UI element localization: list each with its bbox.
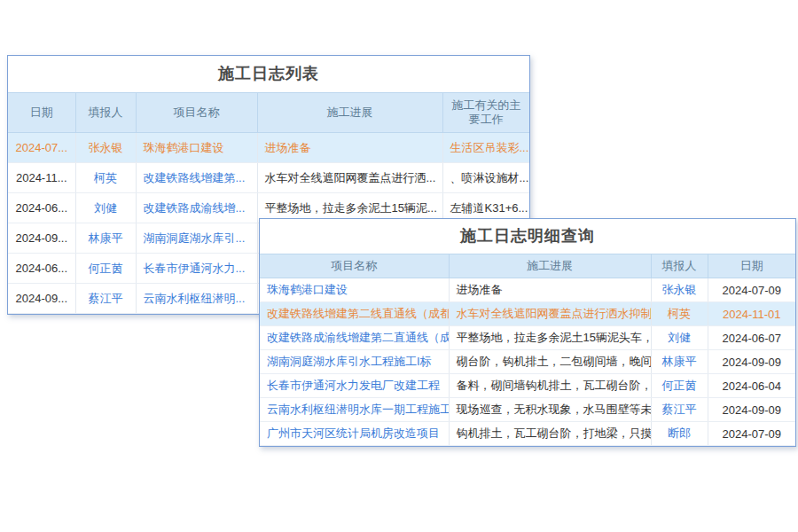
cell-progress: 钩机排土，瓦工砌台阶，打地梁，只摸... — [449, 422, 651, 446]
col-header-date: 日期 — [8, 93, 75, 133]
construction-log-detail-panel: 施工日志明细查询 项目名称 施工进展 填报人 日期 珠海鹤港口建设 进场准备 张… — [259, 218, 796, 447]
cell-project[interactable]: 珠海鹤港口建设 — [260, 278, 449, 302]
cell-date: 2024-11-01 — [708, 302, 795, 326]
cell-progress: 水车对全线遮阳网覆盖点进行洒... — [257, 163, 442, 193]
cell-project[interactable]: 改建铁路线增建第... — [136, 163, 257, 193]
cell-project[interactable]: 改建铁路成渝线增建第二直通线（成渝 — [260, 326, 449, 350]
col-header-main-work: 施工有关的主要工作 — [442, 93, 529, 133]
cell-reporter[interactable]: 刘健 — [75, 193, 136, 223]
cell-date: 2024-07... — [8, 133, 75, 163]
col-header-date: 日期 — [708, 254, 795, 278]
cell-date: 2024-09-09 — [708, 398, 795, 422]
cell-reporter[interactable]: 张永银 — [75, 133, 136, 163]
cell-date: 2024-06... — [8, 254, 75, 284]
cell-date: 2024-06-04 — [708, 374, 795, 398]
cell-reporter[interactable]: 断郎 — [651, 422, 708, 446]
table-row[interactable]: 广州市天河区统计局机房改造项目 钩机排土，瓦工砌台阶，打地梁，只摸... 断郎 … — [260, 422, 795, 446]
cell-project[interactable]: 云南水利枢纽潜明... — [136, 284, 257, 314]
cell-reporter[interactable]: 张永银 — [651, 278, 708, 302]
cell-date: 2024-06... — [8, 193, 75, 223]
table-row[interactable]: 改建铁路线增建第二线直通线（成都-西 水车对全线遮阳网覆盖点进行洒水抑制... … — [260, 302, 795, 326]
cell-main-work: 、喷淋设施材... — [442, 163, 529, 193]
cell-progress: 进场准备 — [449, 278, 651, 302]
cell-project[interactable]: 长春市伊通河水力... — [136, 254, 257, 284]
cell-progress: 平整场地，拉走多余泥土15辆泥头车，... — [449, 326, 651, 350]
cell-project[interactable]: 改建铁路成渝线增... — [136, 193, 257, 223]
log-detail-table: 项目名称 施工进展 填报人 日期 珠海鹤港口建设 进场准备 张永银 2024-0… — [260, 254, 795, 446]
table-header-row: 日期 填报人 项目名称 施工进展 施工有关的主要工作 — [8, 93, 529, 133]
cell-main-work: 生活区吊装彩... — [442, 133, 529, 163]
cell-project[interactable]: 长春市伊通河水力发电厂改建工程 — [260, 374, 449, 398]
cell-project[interactable]: 改建铁路线增建第二线直通线（成都-西 — [260, 302, 449, 326]
cell-reporter[interactable]: 何正茵 — [75, 254, 136, 284]
cell-project[interactable]: 湖南洞庭湖水库引水工程施工I标 — [260, 350, 449, 374]
col-header-reporter: 填报人 — [651, 254, 708, 278]
cell-reporter[interactable]: 蔡江平 — [651, 398, 708, 422]
table-row[interactable]: 珠海鹤港口建设 进场准备 张永银 2024-07-09 — [260, 278, 795, 302]
cell-date: 2024-09-09 — [708, 350, 795, 374]
cell-reporter[interactable]: 何正茵 — [651, 374, 708, 398]
table-header-row: 项目名称 施工进展 填报人 日期 — [260, 254, 795, 278]
table-row[interactable]: 2024-07... 张永银 珠海鹤港口建设 进场准备 生活区吊装彩... — [8, 133, 529, 163]
cell-date: 2024-11... — [8, 163, 75, 193]
col-header-reporter: 填报人 — [75, 93, 136, 133]
cell-reporter[interactable]: 蔡江平 — [75, 284, 136, 314]
table-row[interactable]: 长春市伊通河水力发电厂改建工程 备料，砌间墙钩机排土，瓦工砌台阶，... 何正茵… — [260, 374, 795, 398]
cell-progress: 现场巡查，无积水现象，水马围壁等未... — [449, 398, 651, 422]
cell-date: 2024-09... — [8, 223, 75, 254]
table-row[interactable]: 湖南洞庭湖水库引水工程施工I标 砌台阶，钩机排土，二包砌间墙，晚间... 林康平… — [260, 350, 795, 374]
col-header-progress: 施工进展 — [449, 254, 651, 278]
cell-date: 2024-07-09 — [708, 422, 795, 446]
col-header-project: 项目名称 — [136, 93, 257, 133]
cell-date: 2024-07-09 — [708, 278, 795, 302]
cell-reporter[interactable]: 林康平 — [75, 223, 136, 254]
cell-project[interactable]: 云南水利枢纽潜明水库一期工程施工I标 — [260, 398, 449, 422]
log-list-title: 施工日志列表 — [8, 56, 529, 92]
cell-progress: 水车对全线遮阳网覆盖点进行洒水抑制... — [449, 302, 651, 326]
cell-project[interactable]: 广州市天河区统计局机房改造项目 — [260, 422, 449, 446]
cell-project[interactable]: 珠海鹤港口建设 — [136, 133, 257, 163]
cell-date: 2024-06-07 — [708, 326, 795, 350]
table-row[interactable]: 2024-11... 柯英 改建铁路线增建第... 水车对全线遮阳网覆盖点进行洒… — [8, 163, 529, 193]
col-header-progress: 施工进展 — [257, 93, 442, 133]
cell-date: 2024-09... — [8, 284, 75, 314]
cell-reporter[interactable]: 林康平 — [651, 350, 708, 374]
table-row[interactable]: 云南水利枢纽潜明水库一期工程施工I标 现场巡查，无积水现象，水马围壁等未... … — [260, 398, 795, 422]
cell-reporter[interactable]: 柯英 — [651, 302, 708, 326]
log-detail-title: 施工日志明细查询 — [260, 219, 795, 254]
cell-reporter[interactable]: 柯英 — [75, 163, 136, 193]
cell-progress: 进场准备 — [257, 133, 442, 163]
table-row[interactable]: 改建铁路成渝线增建第二直通线（成渝 平整场地，拉走多余泥土15辆泥头车，... … — [260, 326, 795, 350]
col-header-project: 项目名称 — [260, 254, 449, 278]
cell-progress: 备料，砌间墙钩机排土，瓦工砌台阶，... — [449, 374, 651, 398]
cell-project[interactable]: 湖南洞庭湖水库引... — [136, 223, 257, 254]
cell-reporter[interactable]: 刘健 — [651, 326, 708, 350]
cell-progress: 砌台阶，钩机排土，二包砌间墙，晚间... — [449, 350, 651, 374]
